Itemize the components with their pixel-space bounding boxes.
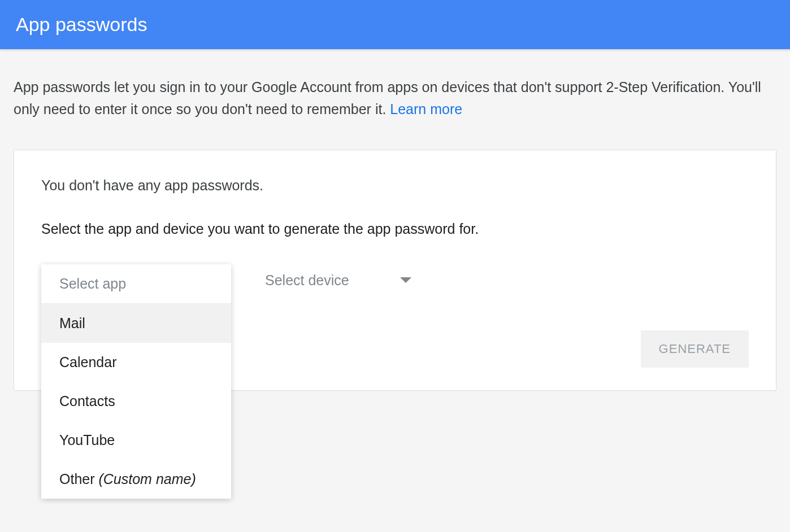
select-device-label: Select device [265, 272, 349, 289]
dropdown-item-youtube[interactable]: YouTube [41, 421, 231, 460]
page-title: App passwords [16, 14, 774, 36]
learn-more-link[interactable]: Learn more [390, 101, 462, 117]
status-text: You don't have any app passwords. [41, 177, 749, 194]
content-area: App passwords let you sign in to your Go… [0, 49, 790, 391]
description-text: App passwords let you sign in to your Go… [14, 76, 776, 120]
app-passwords-card: You don't have any app passwords. Select… [14, 150, 776, 391]
dropdown-header: Select app [41, 264, 231, 304]
dropdown-item-contacts[interactable]: Contacts [41, 382, 231, 421]
dropdown-item-calendar[interactable]: Calendar [41, 343, 231, 382]
prompt-text: Select the app and device you want to ge… [41, 221, 749, 237]
other-custom-name: (Custom name) [98, 471, 196, 487]
generate-button[interactable]: GENERATE [641, 330, 749, 368]
page-header: App passwords [0, 0, 790, 49]
chevron-down-icon [400, 277, 411, 283]
description-body: App passwords let you sign in to your Go… [14, 79, 761, 117]
other-prefix: Other [59, 471, 98, 487]
dropdown-item-mail[interactable]: Mail [41, 304, 231, 343]
dropdown-item-other[interactable]: Other (Custom name) [41, 460, 231, 499]
selectors-row: Select app Mail Calendar Contacts YouTub… [41, 264, 749, 296]
select-app-dropdown[interactable]: Select app Mail Calendar Contacts YouTub… [41, 264, 231, 265]
select-app-menu: Select app Mail Calendar Contacts YouTub… [41, 264, 231, 499]
select-device-dropdown[interactable]: Select device [265, 264, 411, 296]
